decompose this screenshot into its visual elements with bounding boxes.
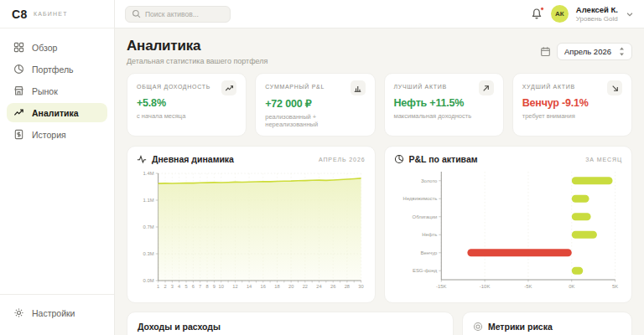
card-title: Метрики риска [488, 322, 553, 332]
content: Аналитика Детальная статистика вашего по… [115, 28, 644, 335]
user-info[interactable]: Алексей К. Уровень Gold [576, 5, 618, 22]
svg-text:9: 9 [213, 284, 216, 289]
svg-text:Золото: Золото [420, 178, 437, 183]
svg-text:12: 12 [232, 284, 237, 289]
stat-label: СУММАРНЫЙ P&L [265, 80, 325, 90]
svg-text:4: 4 [178, 284, 181, 289]
notifications-button[interactable] [531, 8, 543, 21]
svg-text:-15K: -15K [436, 284, 447, 289]
chart-title: Дневная динамика [152, 154, 234, 164]
search-input[interactable] [145, 10, 224, 18]
period-value: Апрель 2026 [564, 47, 611, 56]
chevron-down-icon[interactable] [626, 10, 634, 18]
logo-mark: C8 [12, 8, 28, 21]
page-heading: Аналитика Детальная статистика вашего по… [127, 38, 267, 65]
stat-card-worst-asset[interactable]: ХУДШИЙ АКТИВ Венчур -9.1% требует вниман… [512, 73, 632, 137]
svg-text:22: 22 [303, 284, 308, 289]
stat-card-total-pnl[interactable]: СУММАРНЫЙ P&L +72 000 ₽ реализованный + … [255, 73, 375, 137]
period-select[interactable]: Апрель 2026 [557, 43, 632, 60]
stat-card-best-asset[interactable]: ЛУЧШИЙ АКТИВ Нефть +11.5% максимальная д… [384, 73, 504, 137]
search-icon [132, 9, 141, 18]
chart-title: P&L по активам [409, 154, 478, 164]
page-subtitle: Детальная статистика вашего портфеля [127, 57, 267, 65]
stat-subtitle: реализованный + нереализованный [265, 113, 365, 128]
svg-text:2: 2 [164, 284, 166, 289]
stat-subtitle: максимальная доходность [394, 112, 494, 120]
stat-subtitle: с начала месяца [137, 112, 236, 120]
arrow-up-right-icon [479, 80, 494, 95]
svg-text:18: 18 [274, 284, 279, 289]
notification-dot [540, 7, 544, 11]
svg-text:26: 26 [330, 284, 335, 289]
chart-badge: ЗА МЕСЯЦ [585, 157, 622, 162]
sidebar-item-label: Рынок [32, 86, 58, 96]
arrow-down-right-icon [607, 80, 622, 95]
svg-text:0.7M: 0.7M [143, 224, 154, 229]
stat-card-total-return[interactable]: ОБЩАЯ ДОХОДНОСТЬ +5.8% с начала месяца [127, 73, 247, 137]
charts-row: Дневная динамика АПРЕЛЬ 2026 0.0M0.3M0.7… [127, 146, 632, 303]
svg-text:Венчур: Венчур [420, 250, 437, 255]
svg-text:0K: 0K [569, 284, 574, 289]
svg-text:Недвижимость: Недвижимость [402, 196, 437, 201]
svg-text:10: 10 [219, 284, 224, 289]
sidebar-item-overview[interactable]: Обзор [7, 38, 107, 57]
sidebar-item-history[interactable]: История [7, 125, 107, 144]
card-title: Доходы и расходы [138, 322, 443, 332]
svg-text:3: 3 [171, 284, 174, 289]
sidebar-item-market[interactable]: Рынок [7, 81, 107, 100]
sidebar-item-settings[interactable]: Настройки [7, 303, 107, 322]
svg-text:28: 28 [345, 284, 350, 289]
svg-text:Нефть: Нефть [422, 232, 437, 237]
receipt-dollar-icon [13, 129, 24, 140]
daily-dynamics-card: Дневная динамика АПРЕЛЬ 2026 0.0M0.3M0.7… [127, 146, 376, 303]
svg-text:1.1M: 1.1M [143, 198, 154, 203]
svg-text:0.3M: 0.3M [143, 251, 154, 256]
svg-text:ESG-фонд: ESG-фонд [412, 268, 437, 273]
logo-suffix: КАБИНЕТ [34, 11, 68, 17]
user-name: Алексей К. [576, 5, 618, 14]
pnl-by-assets-card: P&L по активам ЗА МЕСЯЦ -15K-10K-5K0K5KЗ… [384, 146, 633, 303]
bar-chart-icon [351, 80, 366, 95]
svg-text:8: 8 [205, 284, 208, 289]
avatar[interactable]: АК [551, 5, 569, 23]
sidebar-item-label: История [32, 130, 66, 140]
bottom-row: Доходы и расходы Метрики риска [127, 312, 632, 335]
pnl-by-assets-chart[interactable]: -15K-10K-5K0K5KЗолотоНедвижимостьОблигац… [394, 167, 623, 294]
svg-text:Облигации: Облигации [412, 214, 437, 219]
search-box[interactable] [125, 6, 231, 23]
settings-label: Настройки [32, 308, 75, 318]
stats-row: ОБЩАЯ ДОХОДНОСТЬ +5.8% с начала месяца С… [127, 73, 632, 137]
svg-text:6: 6 [192, 284, 195, 289]
risk-metrics-card: Метрики риска [462, 312, 632, 335]
sidebar-footer: Настройки [0, 294, 114, 335]
sidebar-item-label: Обзор [32, 43, 57, 53]
stat-subtitle: требует внимания [522, 112, 622, 120]
svg-text:16: 16 [261, 284, 266, 289]
calendar-icon [540, 46, 551, 57]
stat-value: Венчур -9.1% [522, 97, 622, 109]
svg-text:1: 1 [157, 284, 159, 289]
sidebar-item-analytics[interactable]: Аналитика [7, 103, 107, 122]
svg-text:-5K: -5K [524, 284, 532, 289]
gear-icon [13, 307, 24, 318]
activity-icon [137, 154, 147, 164]
svg-text:-10K: -10K [479, 284, 490, 289]
svg-text:7: 7 [199, 284, 201, 289]
page-title: Аналитика [127, 38, 267, 54]
daily-dynamics-chart[interactable]: 0.0M0.3M0.7M1.1M1.4M12345678910121416182… [137, 167, 366, 294]
sidebar-nav: Обзор Портфель Рынок Аналитика История [0, 28, 114, 147]
topbar: АК Алексей К. Уровень Gold [115, 0, 644, 28]
user-level: Уровень Gold [576, 15, 618, 23]
svg-text:5K: 5K [611, 284, 617, 289]
trend-up-icon [221, 80, 236, 95]
svg-text:5: 5 [184, 284, 187, 289]
sidebar-item-portfolio[interactable]: Портфель [7, 59, 107, 79]
stat-label: ЛУЧШИЙ АКТИВ [394, 80, 447, 90]
logo: C8 КАБИНЕТ [0, 0, 114, 28]
target-icon [473, 322, 483, 332]
svg-text:24: 24 [316, 284, 322, 289]
svg-text:0.0M: 0.0M [143, 278, 154, 283]
trend-up-icon [13, 107, 24, 118]
sidebar-item-label: Портфель [32, 64, 74, 75]
svg-text:30: 30 [358, 284, 363, 289]
